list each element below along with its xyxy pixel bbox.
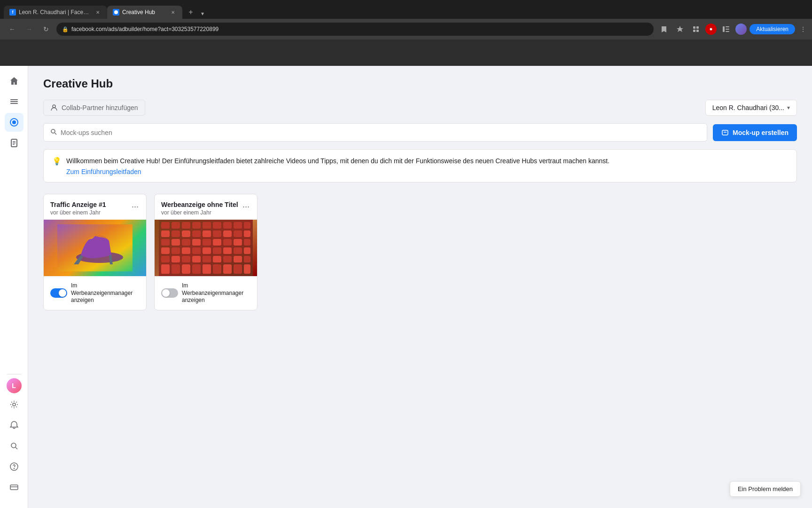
svg-rect-76 xyxy=(203,256,211,262)
svg-rect-57 xyxy=(192,239,201,246)
toggle-2[interactable] xyxy=(161,288,178,298)
svg-rect-71 xyxy=(244,247,250,254)
svg-rect-87 xyxy=(223,264,232,274)
profile-avatar[interactable] xyxy=(735,24,747,35)
svg-rect-53 xyxy=(244,230,250,237)
sidebar-item-search[interactable] xyxy=(5,437,23,455)
svg-rect-11 xyxy=(726,31,729,32)
sidebar-item-settings[interactable] xyxy=(5,395,23,414)
card-title-1: Traffic Anzeige #1 xyxy=(50,201,106,208)
seats-svg xyxy=(159,220,253,276)
svg-rect-85 xyxy=(203,264,211,274)
svg-rect-50 xyxy=(213,230,221,237)
tab-bar: f Leon R. Chaudhari | Facebook ✕ Creativ… xyxy=(4,0,208,19)
search-row: Mock-up erstellen xyxy=(43,123,797,142)
svg-point-25 xyxy=(14,468,14,469)
sidebar-item-home[interactable] xyxy=(5,71,23,90)
bookmark-icon[interactable] xyxy=(657,23,671,36)
svg-rect-89 xyxy=(244,264,250,274)
svg-rect-39 xyxy=(192,222,201,229)
forward-button[interactable]: → xyxy=(23,23,36,36)
main-content: Creative Hub Collab-Partner hinzufügen L… xyxy=(28,66,812,508)
svg-rect-52 xyxy=(234,230,242,237)
toolbar-actions: Aktualisieren ⋮ xyxy=(657,23,806,36)
svg-rect-38 xyxy=(182,222,190,229)
sidebar-item-pages[interactable] xyxy=(5,134,23,152)
svg-rect-55 xyxy=(172,239,180,246)
report-problem-button[interactable]: Ein Problem melden xyxy=(730,481,801,497)
account-selector[interactable]: Leon R. Chaudhari (30... ▾ xyxy=(705,100,797,116)
browser-menu-dots[interactable]: ⋮ xyxy=(800,25,806,33)
tab-close-hub[interactable]: ✕ xyxy=(169,8,177,16)
browser-chrome: f Leon R. Chaudhari | Facebook ✕ Creativ… xyxy=(0,0,812,66)
sidebar-item-help[interactable] xyxy=(5,457,23,476)
card-menu-1[interactable]: ··· xyxy=(131,201,140,213)
svg-rect-70 xyxy=(234,247,242,254)
card-image-2 xyxy=(155,220,257,276)
svg-rect-44 xyxy=(244,222,250,229)
svg-point-16 xyxy=(12,120,16,124)
svg-rect-65 xyxy=(182,247,190,254)
chrome-icon[interactable] xyxy=(705,24,717,35)
toggle-1[interactable] xyxy=(50,288,67,298)
svg-marker-1 xyxy=(677,26,683,32)
svg-rect-73 xyxy=(172,256,180,262)
lightbulb-icon: 💡 xyxy=(52,157,62,166)
info-text: Willkommen beim Creative Hub! Der Einfüh… xyxy=(66,157,609,165)
svg-line-23 xyxy=(16,447,17,449)
sidebar-item-billing[interactable] xyxy=(5,478,23,497)
intro-guide-link[interactable]: Zum Einführungsleitfaden xyxy=(66,168,609,175)
svg-rect-88 xyxy=(234,264,242,274)
svg-rect-43 xyxy=(234,222,242,229)
extensions-icon[interactable] xyxy=(689,23,703,36)
sidebar-top xyxy=(5,71,23,370)
svg-rect-80 xyxy=(244,256,250,262)
mockup-icon xyxy=(721,129,729,136)
svg-rect-47 xyxy=(182,230,190,237)
svg-rect-10 xyxy=(726,29,729,30)
svg-rect-46 xyxy=(172,230,180,237)
svg-point-0 xyxy=(114,10,118,14)
tab-title-fb: Leon R. Chaudhari | Facebook xyxy=(19,9,91,16)
create-mockup-label: Mock-up erstellen xyxy=(733,129,789,136)
sidebar-item-creative-hub[interactable] xyxy=(5,113,23,132)
tab-close-fb[interactable]: ✕ xyxy=(94,8,102,16)
card-info-1: Traffic Anzeige #1 vor über einem Jahr xyxy=(50,201,106,216)
svg-rect-83 xyxy=(182,264,190,274)
svg-line-30 xyxy=(55,133,57,135)
tab-favicon-hub xyxy=(113,9,119,16)
tabs-dropdown[interactable]: ▾ xyxy=(197,8,208,19)
create-mockup-button[interactable]: Mock-up erstellen xyxy=(713,124,797,141)
account-name: Leon R. Chaudhari (30... xyxy=(712,104,784,111)
svg-rect-81 xyxy=(161,264,170,274)
tab-fb[interactable]: f Leon R. Chaudhari | Facebook ✕ xyxy=(4,6,107,19)
back-button[interactable]: ← xyxy=(6,23,19,36)
svg-rect-49 xyxy=(203,230,211,237)
sidebar-item-menu[interactable] xyxy=(5,92,23,111)
update-button[interactable]: Aktualisieren xyxy=(750,24,795,34)
browser-toolbar: ← → ↻ 🔒 facebook.com/ads/adbuilder/home?… xyxy=(0,19,812,40)
search-input[interactable] xyxy=(61,129,700,136)
new-tab-button[interactable]: + xyxy=(184,6,197,19)
svg-rect-66 xyxy=(192,247,201,254)
svg-rect-48 xyxy=(192,230,201,237)
tab-hub[interactable]: Creative Hub ✕ xyxy=(107,6,182,19)
collab-partner-button[interactable]: Collab-Partner hinzufügen xyxy=(43,100,145,116)
svg-rect-78 xyxy=(223,256,232,262)
svg-rect-8 xyxy=(723,26,725,32)
sidebar-item-notifications[interactable] xyxy=(5,416,23,435)
reload-button[interactable]: ↻ xyxy=(39,23,53,36)
sidebar-toggle-icon[interactable] xyxy=(719,23,733,36)
svg-rect-13 xyxy=(10,101,18,102)
svg-rect-31 xyxy=(722,130,728,135)
app-layout: L Creative Hub Collab-Partner h xyxy=(0,66,812,508)
svg-rect-60 xyxy=(223,239,232,246)
address-bar[interactable]: 🔒 facebook.com/ads/adbuilder/home?act=30… xyxy=(56,23,654,36)
sidebar-user-avatar[interactable]: L xyxy=(7,378,22,393)
card-menu-2[interactable]: ··· xyxy=(242,201,250,213)
svg-rect-3 xyxy=(696,26,699,29)
card-image-seats xyxy=(155,220,257,276)
toggle-knob-2 xyxy=(162,289,170,297)
star-icon[interactable] xyxy=(673,23,687,36)
card-footer-text-2: Im Werbeanzeigenmanager anzeigen xyxy=(182,282,250,304)
